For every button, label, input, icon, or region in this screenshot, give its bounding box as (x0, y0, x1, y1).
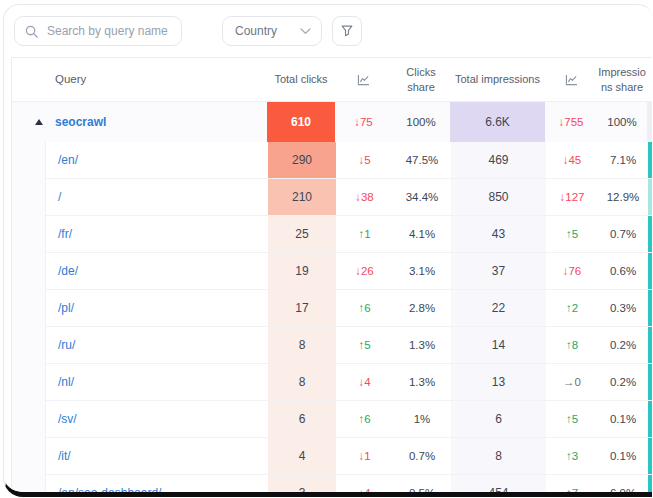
query-link[interactable]: seocrawl (55, 115, 106, 129)
column-header-impressions-chart[interactable] (545, 74, 597, 86)
impressions-share-cell: 12.9% (598, 179, 648, 215)
clicks-share-cell: 0.7% (393, 438, 451, 474)
table-row[interactable]: /pl/17↑62.8%22↑20.3% (46, 290, 652, 327)
query-cell: /pl/ (46, 290, 268, 326)
column-header-total-impressions[interactable]: Total impressions (450, 72, 545, 86)
impressions-delta-cell: ↑5 (546, 401, 598, 437)
country-select[interactable]: Country (222, 16, 322, 46)
total-impressions-cell: 37 (451, 253, 546, 289)
position-column-stub (648, 142, 652, 178)
toolbar: Country (4, 5, 652, 57)
impressions-delta: ↑2 (566, 302, 578, 314)
query-cell: /en/seo-dashboard/ (46, 475, 268, 497)
impressions-share-cell: 100% (597, 102, 647, 142)
table-row[interactable]: /fr/25↑14.1%43↑50.7% (46, 216, 652, 253)
table-row[interactable]: /en/seo-dashboard/3↓40.5%454↑76.9% (46, 475, 652, 497)
query-link[interactable]: / (58, 190, 61, 204)
query-link[interactable]: /ru/ (58, 338, 75, 352)
total-impressions-cell: 469 (451, 142, 546, 178)
total-impressions-cell: 22 (451, 290, 546, 326)
total-clicks-cell: 6 (268, 401, 336, 437)
table-header-row: Query Total clicks Clicks share Total im… (12, 58, 652, 102)
clicks-delta-cell: ↑1 (336, 216, 393, 252)
total-impressions-cell: 454 (451, 475, 546, 497)
table-row[interactable]: /210↓3834.4%850↓12712.9% (46, 179, 652, 216)
clicks-delta-cell: ↓4 (336, 475, 393, 497)
table-row[interactable]: /sv/6↑61%6↑50.1% (46, 401, 652, 438)
impressions-share-cell: 0.1% (598, 401, 648, 437)
impressions-delta: ↓76 (563, 265, 582, 277)
impressions-delta-cell: ↑2 (546, 290, 598, 326)
impressions-delta-cell: ↑3 (546, 438, 598, 474)
total-clicks-cell: 4 (268, 438, 336, 474)
clicks-delta-cell: ↓5 (336, 142, 393, 178)
search-input[interactable] (45, 23, 171, 39)
filter-button[interactable] (332, 16, 362, 46)
query-link[interactable]: /nl/ (58, 375, 74, 389)
table-body: seocrawl610↓75100%6.6K↓755100%/en/290↓54… (12, 102, 652, 497)
impressions-delta: →0 (563, 376, 581, 388)
clicks-delta: ↓4 (358, 487, 370, 497)
impressions-delta-cell: ↓76 (546, 253, 598, 289)
impressions-share-cell: 0.7% (598, 216, 648, 252)
query-link[interactable]: /de/ (58, 264, 78, 278)
impressions-delta: ↑5 (566, 228, 578, 240)
total-clicks-cell: 8 (268, 327, 336, 363)
impressions-delta: ↓45 (563, 154, 582, 166)
clicks-delta: ↑1 (358, 228, 370, 240)
column-header-total-clicks[interactable]: Total clicks (267, 72, 335, 86)
query-cell: /fr/ (46, 216, 268, 252)
impressions-share-cell: 0.3% (598, 290, 648, 326)
impressions-share-cell: 7.1% (598, 142, 648, 178)
table-row[interactable]: /it/4↓10.7%8↑30.1% (46, 438, 652, 475)
clicks-delta: ↑6 (358, 413, 370, 425)
impressions-delta: ↓755 (559, 116, 584, 128)
clicks-delta-cell: ↑6 (336, 290, 393, 326)
query-link[interactable]: /en/seo-dashboard/ (58, 486, 161, 497)
total-impressions-cell: 6 (451, 401, 546, 437)
chevron-down-icon (300, 28, 311, 35)
query-link[interactable]: /sv/ (58, 412, 77, 426)
clicks-share-cell: 1.3% (393, 364, 451, 400)
impressions-share-cell: 0.6% (598, 253, 648, 289)
table-row[interactable]: /en/290↓547.5%469↓457.1% (46, 142, 652, 179)
impressions-delta-cell: →0 (546, 364, 598, 400)
total-clicks-cell: 290 (268, 142, 336, 178)
clicks-delta: ↓26 (355, 265, 374, 277)
query-link[interactable]: /en/ (58, 153, 78, 167)
clicks-delta: ↓38 (355, 191, 374, 203)
table-row[interactable]: /de/19↓263.1%37↓760.6% (46, 253, 652, 290)
query-link[interactable]: /pl/ (58, 301, 74, 315)
impressions-delta: ↑8 (566, 339, 578, 351)
clicks-delta: ↓5 (358, 154, 370, 166)
table-row[interactable]: /ru/8↑51.3%14↑80.2% (46, 327, 652, 364)
impressions-delta-cell: ↑7 (546, 475, 598, 497)
column-header-clicks-share[interactable]: Clicks share (392, 65, 450, 94)
column-header-query[interactable]: Query (12, 72, 267, 87)
total-clicks-cell: 25 (268, 216, 336, 252)
query-link[interactable]: /fr/ (58, 227, 72, 241)
clicks-share-cell: 34.4% (393, 179, 451, 215)
search-icon (25, 25, 38, 38)
table-row[interactable]: seocrawl610↓75100%6.6K↓755100% (12, 102, 652, 142)
clicks-delta-cell: ↑5 (336, 327, 393, 363)
position-column-stub (648, 290, 652, 326)
query-cell: / (46, 179, 268, 215)
query-link[interactable]: /it/ (58, 449, 71, 463)
query-cell: /en/ (46, 142, 268, 178)
column-header-impressions-share[interactable]: Impressions share (597, 65, 647, 94)
position-column-stub (648, 475, 652, 497)
table-row[interactable]: /nl/8↓41.3%13→00.2% (46, 364, 652, 401)
clicks-delta: ↓4 (358, 376, 370, 388)
total-impressions-cell: 8 (451, 438, 546, 474)
impressions-delta-cell: ↓45 (546, 142, 598, 178)
collapse-triangle-icon[interactable] (35, 119, 43, 125)
query-cell: seocrawl (12, 102, 267, 142)
total-clicks-cell: 17 (268, 290, 336, 326)
column-header-clicks-chart[interactable] (335, 74, 392, 86)
search-box[interactable] (14, 16, 182, 46)
clicks-delta-cell: ↑6 (336, 401, 393, 437)
clicks-share-cell: 4.1% (393, 216, 451, 252)
position-column-stub (648, 253, 652, 289)
country-select-label: Country (235, 24, 277, 38)
